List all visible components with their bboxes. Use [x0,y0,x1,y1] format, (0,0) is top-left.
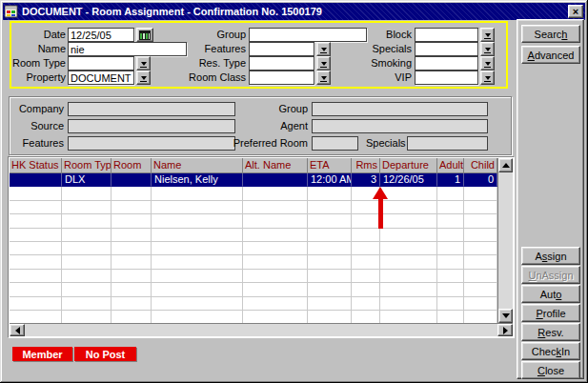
resv-button[interactable]: Resv. [521,323,580,341]
table-row-empty[interactable] [10,283,497,296]
vip-input[interactable] [415,71,478,85]
table-row-empty[interactable] [10,255,497,269]
block-input[interactable] [415,28,478,42]
cell-name [152,283,243,296]
table-row-empty[interactable] [10,201,497,214]
cell-room-type [62,229,112,242]
cell-adult [437,283,464,296]
cell-departure [380,255,437,269]
window-close-button[interactable]: × [568,5,583,18]
scroll-up-button[interactable] [498,158,513,172]
table-row-empty[interactable] [10,270,497,283]
cell-room-type [62,297,112,311]
close-button[interactable]: Close [521,361,580,379]
source-field [68,119,235,133]
specials-lov-button[interactable] [480,42,495,56]
cell-departure [380,283,437,296]
table-row-empty[interactable] [10,187,497,200]
cell-room [112,214,152,228]
cell-name [152,242,243,255]
room-assignment-window: DOCUMENT - Room Assignment - Confirmatio… [0,0,588,383]
features-lov-button[interactable] [316,42,331,56]
red-arrow-annotation [373,187,388,230]
advanced-button[interactable]: Advanced [521,46,580,64]
search-button[interactable]: Search [521,25,580,43]
cell-room-type: DLX [62,173,112,187]
table-row-empty[interactable] [10,229,497,242]
name-label: Name [15,42,66,56]
features-input[interactable] [249,42,314,56]
cell-name: Nielsen, Kelly [152,173,243,187]
profile-button[interactable]: Profile [521,304,580,322]
vertical-scrollbar[interactable] [497,158,513,323]
table-row-empty[interactable] [10,242,497,255]
block-label: Block [347,28,412,42]
table-row[interactable]: DLXNielsen, Kelly12:00 AM312/26/0510 [10,173,497,187]
preferred-room-field [312,136,358,151]
room-type-input[interactable] [68,56,134,71]
room-class-lov-button[interactable] [316,71,331,85]
cell-hk-status [10,311,62,323]
horizontal-scrollbar[interactable] [10,323,513,336]
res-type-lov-button[interactable] [316,56,331,71]
cell-alt-name [243,270,308,283]
cell-adult [437,229,464,242]
dropdown-icon [484,73,491,82]
cell-room [112,242,152,255]
smoking-lov-button[interactable] [480,56,495,71]
date-input[interactable] [68,28,134,42]
arrow-head-icon [373,187,388,199]
column-header-name: Name [152,158,243,173]
cell-room [112,187,152,200]
cell-eta [308,229,352,242]
cell-alt-name [243,311,308,323]
assign-button[interactable]: Assign [521,247,580,265]
property-input[interactable] [68,71,134,85]
room-type-lov-button[interactable] [136,56,151,71]
calendar-button[interactable] [136,28,153,42]
dropdown-icon [484,45,491,53]
check-in-button[interactable]: Check In [521,342,580,360]
property-lov-button[interactable] [136,71,151,85]
cell-rms [352,255,380,269]
unassign-button: UnAssign [521,266,580,284]
scroll-left-button[interactable] [10,324,25,336]
arrow-shaft [378,199,383,229]
dropdown-icon [140,59,147,68]
company-field [68,102,235,116]
cell-room [112,311,152,323]
res-type-input[interactable] [249,56,314,71]
cell-child [464,214,497,228]
specials-input[interactable] [415,42,478,56]
room-class-input[interactable] [249,71,314,85]
cell-eta [308,297,352,311]
agent-label: Agent [251,119,308,133]
table-body: DLXNielsen, Kelly12:00 AM312/26/0510 [10,173,497,323]
cell-adult: 1 [437,173,464,187]
column-header-child: Child [464,158,497,173]
auto-button[interactable]: Auto [521,285,580,303]
dropdown-icon [484,59,491,68]
cell-room-type [62,311,112,323]
table-row-empty[interactable] [10,214,497,228]
vip-lov-button[interactable] [480,71,495,85]
cell-rms [352,270,380,283]
titlebar[interactable]: DOCUMENT - Room Assignment - Confirmatio… [3,3,585,20]
cell-eta [308,201,352,214]
cell-room [112,297,152,311]
smoking-input[interactable] [415,56,478,71]
name-input[interactable] [68,42,187,56]
cell-adult [437,255,464,269]
table-row-empty[interactable] [10,311,497,323]
cell-child [464,311,497,323]
room-type-label: Room Type [4,56,66,71]
scroll-down-button[interactable] [498,309,513,323]
features-info-label: Features [11,136,64,151]
table-row-empty[interactable] [10,297,497,311]
cell-hk-status [10,242,62,255]
no-post-badge: No Post [74,347,136,361]
scroll-right-button[interactable] [497,324,513,336]
cell-adult [437,201,464,214]
cell-adult [437,297,464,311]
block-lov-button[interactable] [480,28,495,42]
